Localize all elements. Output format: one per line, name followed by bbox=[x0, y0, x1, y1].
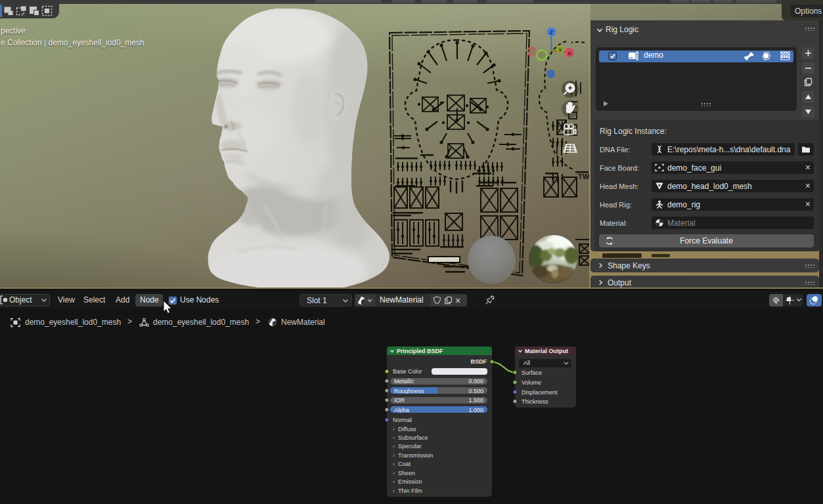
svg-text:TW: TW bbox=[578, 173, 590, 180]
svg-text:Z: Z bbox=[550, 29, 554, 35]
svg-text:Y: Y bbox=[558, 47, 562, 53]
svg-text:X: X bbox=[567, 51, 571, 56]
